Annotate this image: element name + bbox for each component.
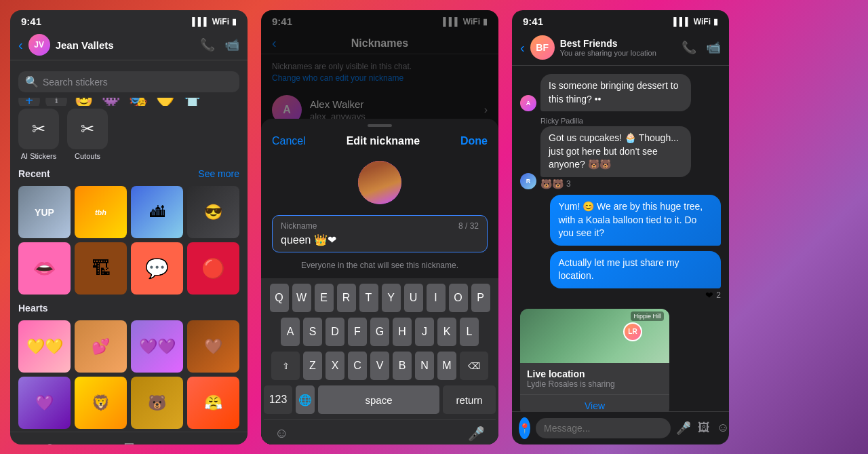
sticker-item[interactable]: 🔴 xyxy=(187,242,239,295)
message-group-2: Ricky Padilla R Got us cupcakes! 🧁 Thoug… xyxy=(520,117,721,189)
hearts-stickers-grid: 💛💛 💕 💜💜 🤎 💜 🦁 🐻 😤 xyxy=(10,318,248,432)
key-K[interactable]: K xyxy=(437,318,456,346)
sticker-input-icon[interactable]: ☺ xyxy=(717,421,729,436)
nickname-input-value[interactable]: queen 👑❤ xyxy=(281,233,479,246)
key-X[interactable]: X xyxy=(326,352,344,380)
keyboard-row-2: A S D F G H J K L xyxy=(264,318,496,346)
emoji-cat-1[interactable]: 😊 xyxy=(73,98,94,106)
gif-tab[interactable]: GIF xyxy=(168,432,248,444)
sticker-item[interactable]: 🤎 xyxy=(187,320,239,373)
add-category-button[interactable]: + xyxy=(18,98,40,106)
key-U[interactable]: U xyxy=(404,284,423,312)
emoji-smiley-icon[interactable]: ☺ xyxy=(275,425,288,442)
video-icon-right[interactable]: 📹 xyxy=(706,40,721,55)
sticker-item[interactable]: 🦁 xyxy=(75,377,127,429)
everyone-note: Everyone in the chat will see this nickn… xyxy=(261,258,498,278)
key-Z[interactable]: Z xyxy=(303,352,322,380)
message-input-bar: 📍 🎤 🖼 ☺ xyxy=(512,411,729,444)
key-H[interactable]: H xyxy=(393,318,412,346)
ai-stickers-icon: ✂ xyxy=(18,109,59,149)
delete-key[interactable]: ⌫ xyxy=(460,352,488,380)
key-A[interactable]: A xyxy=(281,318,300,346)
photo-input-icon[interactable]: 🖼 xyxy=(698,421,710,436)
emoji-cat-4[interactable]: 💛 xyxy=(154,98,176,106)
map-visual: Hippie Hill LR xyxy=(520,309,669,363)
key-R[interactable]: R xyxy=(337,284,356,312)
message-row-4: Actually let me just share my location. … xyxy=(550,251,721,301)
emoji-cat-5[interactable]: 👕 xyxy=(181,98,203,106)
phone-icon[interactable]: 📞 xyxy=(200,37,215,52)
location-card-row: Hippie Hill LR Live location Lydie Rosal… xyxy=(520,306,669,411)
header-icons: 📞 📹 xyxy=(200,37,239,52)
key-W[interactable]: W xyxy=(292,284,311,312)
key-V[interactable]: V xyxy=(370,352,389,380)
search-bar[interactable]: 🔍 xyxy=(18,71,239,92)
avatar-inner xyxy=(358,161,401,204)
key-N[interactable]: N xyxy=(415,352,434,380)
info-button[interactable]: ℹ xyxy=(45,98,67,106)
sticker-item[interactable]: 💬 xyxy=(131,242,183,295)
mic-icon[interactable]: 🎤 xyxy=(468,425,485,442)
mic-input-icon[interactable]: 🎤 xyxy=(676,421,691,436)
numbers-key[interactable]: 123 xyxy=(264,385,292,414)
cutouts-tool[interactable]: ✂ Cutouts xyxy=(67,109,108,160)
space-key[interactable]: space xyxy=(318,385,439,414)
message-bubble-4: Actually let me just share my location. xyxy=(550,251,721,288)
view-location-button[interactable]: View xyxy=(520,394,669,411)
sticker-item[interactable]: 😎 xyxy=(187,186,239,238)
modal-sheet: Cancel Edit nickname Done Nickname 8 / 3… xyxy=(261,119,498,444)
ai-stickers-label: AI Stickers xyxy=(21,152,57,160)
key-M[interactable]: M xyxy=(437,352,456,380)
ai-stickers-tool[interactable]: ✂ AI Stickers xyxy=(18,109,59,160)
key-Q[interactable]: Q xyxy=(270,284,289,312)
key-P[interactable]: P xyxy=(471,284,490,312)
key-Y[interactable]: Y xyxy=(382,284,401,312)
status-icons-right: ▌▌▌ WiFi ▮ xyxy=(673,17,718,26)
key-F[interactable]: F xyxy=(348,318,367,346)
sticker-item[interactable]: 💜💜 xyxy=(131,320,183,373)
sticker-item[interactable]: 🐻 xyxy=(131,377,183,429)
signal-icon: ▌▌▌ xyxy=(192,17,210,26)
sticker-item[interactable]: 💕 xyxy=(75,320,127,373)
message-input[interactable] xyxy=(536,418,671,438)
status-bar-right: 9:41 ▌▌▌ WiFi ▮ xyxy=(512,10,729,30)
shift-key[interactable]: ⇧ xyxy=(271,352,300,380)
sticker-item[interactable]: 🏗 xyxy=(75,242,127,295)
key-T[interactable]: T xyxy=(359,284,378,312)
phone-icon-right[interactable]: 📞 xyxy=(682,40,696,55)
key-S[interactable]: S xyxy=(303,318,322,346)
sticker-tab[interactable]: ⊞ xyxy=(90,432,169,444)
back-button-right[interactable]: ‹ xyxy=(520,40,525,56)
sticker-item[interactable]: 👄 xyxy=(18,242,71,295)
key-G[interactable]: G xyxy=(370,318,389,346)
message-row-3: Yum! 😊 We are by this huge tree, with a … xyxy=(550,195,721,246)
location-card[interactable]: Hippie Hill LR Live location Lydie Rosal… xyxy=(520,309,669,411)
sticker-item[interactable]: YUP xyxy=(18,186,71,238)
video-icon[interactable]: 📹 xyxy=(224,37,239,52)
location-share-button[interactable]: 📍 xyxy=(519,417,530,439)
emoji-cat-3[interactable]: 🎭 xyxy=(127,98,149,106)
return-key[interactable]: return xyxy=(443,385,496,414)
key-L[interactable]: L xyxy=(460,318,479,346)
chat-sub-right: You are sharing your location xyxy=(560,49,676,57)
key-O[interactable]: O xyxy=(449,284,468,312)
key-E[interactable]: E xyxy=(315,284,334,312)
emoji-tab[interactable]: ☺ xyxy=(10,432,90,444)
cancel-button[interactable]: Cancel xyxy=(272,135,306,147)
sticker-item[interactable]: tbh xyxy=(75,186,127,238)
sticker-item[interactable]: 💛💛 xyxy=(18,320,71,373)
sticker-item[interactable]: 💜 xyxy=(18,377,71,429)
emoji-cat-2[interactable]: 👾 xyxy=(100,98,121,106)
key-B[interactable]: B xyxy=(393,352,412,380)
sticker-item[interactable]: 😤 xyxy=(187,377,239,429)
key-J[interactable]: J xyxy=(415,318,434,346)
key-D[interactable]: D xyxy=(326,318,344,346)
back-button[interactable]: ‹ xyxy=(18,37,23,53)
key-I[interactable]: I xyxy=(427,284,446,312)
sticker-item[interactable]: 🏙 xyxy=(131,186,183,238)
see-more-button[interactable]: See more xyxy=(198,168,239,179)
done-button[interactable]: Done xyxy=(460,135,488,147)
search-input[interactable] xyxy=(43,77,233,88)
emoji-key[interactable]: 🌐 xyxy=(296,385,315,414)
key-C[interactable]: C xyxy=(348,352,367,380)
